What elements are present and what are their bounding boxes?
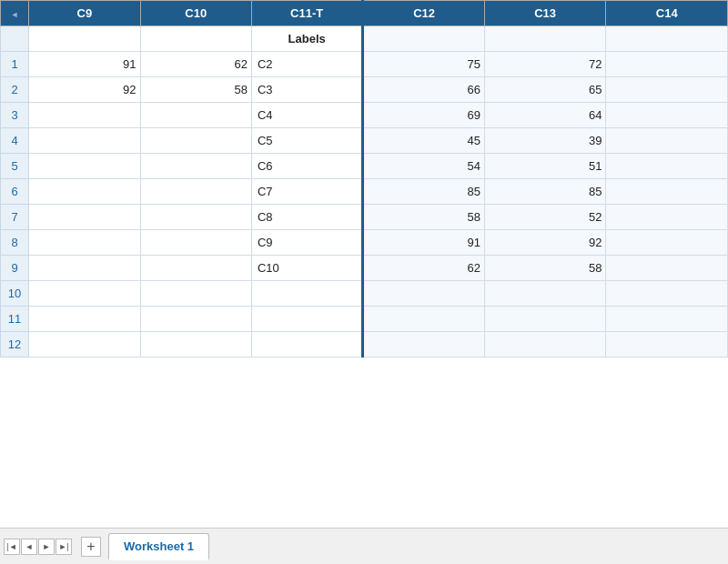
cell-C14[interactable]: [606, 230, 728, 256]
cell-C9[interactable]: 92: [29, 77, 140, 103]
cell-C10[interactable]: [140, 128, 251, 154]
cell-C10[interactable]: [140, 332, 251, 358]
cell-C10[interactable]: 62: [140, 52, 251, 77]
cell-C10[interactable]: [140, 205, 251, 230]
cell-C9[interactable]: [29, 281, 140, 307]
cell-C9[interactable]: [29, 26, 140, 52]
cell-C11T[interactable]: C2: [251, 52, 362, 77]
col-header-C10[interactable]: C10: [140, 1, 251, 26]
cell-C14[interactable]: [606, 77, 728, 103]
cell-C10[interactable]: [140, 307, 251, 332]
nav-next-button[interactable]: ►: [38, 539, 55, 555]
cell-C14[interactable]: [606, 256, 728, 281]
cell-C12[interactable]: 91: [363, 230, 485, 256]
row-number: 9: [1, 256, 29, 281]
cell-C11T[interactable]: C4: [251, 103, 362, 128]
cell-C9[interactable]: [29, 179, 140, 205]
cell-C12[interactable]: [363, 307, 485, 332]
table-row: 3C46964: [1, 103, 728, 128]
cell-C14[interactable]: [606, 154, 728, 179]
add-sheet-button[interactable]: +: [81, 537, 101, 557]
cell-C13[interactable]: 72: [484, 52, 606, 77]
cell-C13[interactable]: 39: [484, 128, 606, 154]
cell-C12[interactable]: 66: [363, 77, 485, 103]
cell-C9[interactable]: [29, 154, 140, 179]
cell-C11T[interactable]: Labels: [251, 26, 362, 52]
cell-C12[interactable]: 85: [363, 179, 485, 205]
cell-C13[interactable]: 64: [484, 103, 606, 128]
table-row: 11: [1, 307, 728, 332]
cell-C12[interactable]: [363, 332, 485, 358]
cell-C10[interactable]: 58: [140, 77, 251, 103]
cell-C9[interactable]: 91: [29, 52, 140, 77]
row-number: 12: [1, 332, 29, 358]
cell-C11T[interactable]: C9: [251, 230, 362, 256]
cell-C12[interactable]: 54: [363, 154, 485, 179]
cell-C9[interactable]: [29, 128, 140, 154]
cell-C10[interactable]: [140, 26, 251, 52]
cell-C11T[interactable]: C5: [251, 128, 362, 154]
cell-C14[interactable]: [606, 205, 728, 230]
cell-C10[interactable]: [140, 256, 251, 281]
col-header-C12[interactable]: C12: [363, 1, 485, 26]
cell-C13[interactable]: 58: [484, 256, 606, 281]
cell-C14[interactable]: [606, 281, 728, 307]
cell-C11T[interactable]: C6: [251, 154, 362, 179]
cell-C14[interactable]: [606, 26, 728, 52]
table-row: 9C106258: [1, 256, 728, 281]
cell-C10[interactable]: [140, 179, 251, 205]
cell-C12[interactable]: [363, 281, 485, 307]
cell-C13[interactable]: 51: [484, 154, 606, 179]
cell-C10[interactable]: [140, 230, 251, 256]
nav-last-button[interactable]: ►|: [56, 539, 72, 555]
cell-C13[interactable]: 52: [484, 205, 606, 230]
cell-C14[interactable]: [606, 128, 728, 154]
col-header-C14[interactable]: C14: [606, 1, 728, 26]
cell-C10[interactable]: [140, 103, 251, 128]
cell-C12[interactable]: 62: [363, 256, 485, 281]
sheet-tab-worksheet1[interactable]: Worksheet 1: [108, 533, 209, 560]
cell-C14[interactable]: [606, 103, 728, 128]
cell-C11T[interactable]: C7: [251, 179, 362, 205]
nav-first-button[interactable]: |◄: [4, 539, 20, 555]
row-number: 10: [1, 281, 29, 307]
cell-C11T[interactable]: C10: [251, 256, 362, 281]
cell-C9[interactable]: [29, 103, 140, 128]
col-header-C9[interactable]: C9: [29, 1, 140, 26]
tab-nav-buttons: |◄ ◄ ► ►|: [4, 539, 72, 555]
cell-C11T[interactable]: C3: [251, 77, 362, 103]
cell-C12[interactable]: 45: [363, 128, 485, 154]
cell-C11T[interactable]: [251, 281, 362, 307]
cell-C9[interactable]: [29, 332, 140, 358]
cell-C13[interactable]: [484, 26, 606, 52]
cell-C11T[interactable]: C8: [251, 205, 362, 230]
cell-C9[interactable]: [29, 205, 140, 230]
nav-prev-button[interactable]: ◄: [21, 539, 37, 555]
cell-C13[interactable]: [484, 307, 606, 332]
cell-C12[interactable]: [363, 26, 485, 52]
cell-C14[interactable]: [606, 332, 728, 358]
col-header-C11T[interactable]: C11-T: [251, 1, 362, 26]
row-number: 6: [1, 179, 29, 205]
cell-C14[interactable]: [606, 52, 728, 77]
cell-C13[interactable]: [484, 281, 606, 307]
cell-C13[interactable]: 85: [484, 179, 606, 205]
cell-C9[interactable]: [29, 307, 140, 332]
cell-C9[interactable]: [29, 230, 140, 256]
cell-C13[interactable]: 65: [484, 77, 606, 103]
cell-C13[interactable]: 92: [484, 230, 606, 256]
sheet-tab-label: Worksheet 1: [124, 539, 194, 553]
cell-C13[interactable]: [484, 332, 606, 358]
cell-C10[interactable]: [140, 281, 251, 307]
cell-C12[interactable]: 75: [363, 52, 485, 77]
col-header-C13[interactable]: C13: [484, 1, 606, 26]
cell-C14[interactable]: [606, 307, 728, 332]
cell-C11T[interactable]: [251, 332, 362, 358]
row-number: 8: [1, 230, 29, 256]
cell-C10[interactable]: [140, 154, 251, 179]
cell-C14[interactable]: [606, 179, 728, 205]
cell-C12[interactable]: 58: [363, 205, 485, 230]
cell-C9[interactable]: [29, 256, 140, 281]
cell-C12[interactable]: 69: [363, 103, 485, 128]
cell-C11T[interactable]: [251, 307, 362, 332]
